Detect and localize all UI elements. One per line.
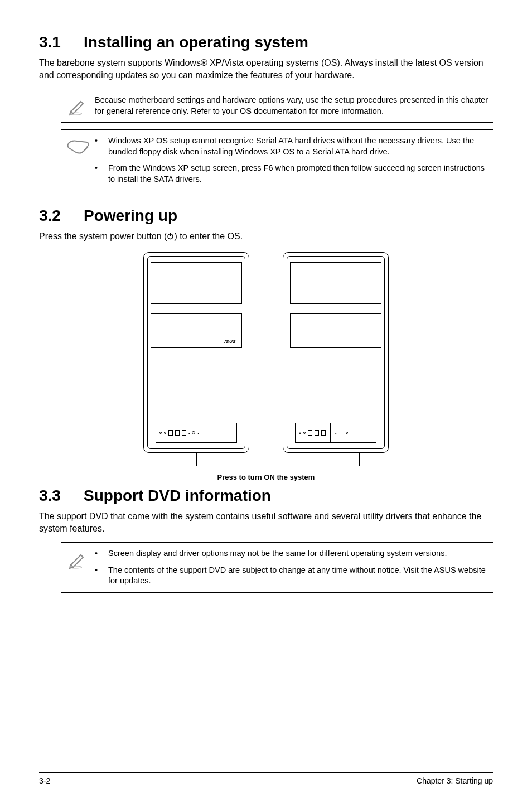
pointing-hand-icon xyxy=(61,136,95,158)
note-list-item: •The contents of the support DVD are sub… xyxy=(95,565,493,587)
note-list: •Screen display and driver options may n… xyxy=(95,548,493,587)
para-part-a: Press the system power button ( xyxy=(39,231,167,241)
callout-line xyxy=(196,453,197,466)
callout-line xyxy=(359,453,360,466)
note-item-text: Windows XP OS setup cannot recognize Ser… xyxy=(108,136,493,157)
power-icon xyxy=(167,231,174,238)
heading-3-1: 3.1Installing an operating system xyxy=(39,33,493,51)
section-3-2-paragraph: Press the system power button () to ente… xyxy=(39,230,493,243)
chapter-label: Chapter 3: Starting up xyxy=(417,776,493,785)
heading-number: 3.2 xyxy=(39,207,84,225)
note-item-text: Screen display and driver options may no… xyxy=(108,548,493,559)
heading-title: Support DVD information xyxy=(84,487,271,504)
tower-front-view-2: • xyxy=(283,252,389,453)
tower-front-view-1: /SUS • • xyxy=(143,252,249,453)
page-footer: 3-2 Chapter 3: Starting up xyxy=(39,772,493,785)
note-item-text: The contents of the support DVD are subj… xyxy=(108,565,493,587)
note-block-pencil-2: •Screen display and driver options may n… xyxy=(61,542,493,593)
note-list-item: •Windows XP OS setup cannot recognize Se… xyxy=(95,136,493,157)
pencil-icon xyxy=(61,548,95,569)
heading-number: 3.3 xyxy=(39,487,84,505)
page-number: 3-2 xyxy=(39,776,50,785)
note-text: Because motherboard settings and hardwar… xyxy=(95,95,493,117)
note-list: •Windows XP OS setup cannot recognize Se… xyxy=(95,136,493,185)
front-io-panel: • xyxy=(295,423,376,443)
note-item-text: From the Windows XP setup screen, press … xyxy=(108,163,493,185)
front-io-panel: • • xyxy=(156,423,237,443)
section-3-3-paragraph: The support DVD that came with the syste… xyxy=(39,510,493,534)
heading-3-3: 3.3Support DVD information xyxy=(39,487,493,505)
section-3-1-paragraph: The barebone system supports Windows® XP… xyxy=(39,57,493,81)
asus-logo: /SUS xyxy=(224,339,236,344)
note-block-hand: •Windows XP OS setup cannot recognize Se… xyxy=(61,129,493,191)
heading-3-2: 3.2Powering up xyxy=(39,207,493,225)
note-list-item: •Screen display and driver options may n… xyxy=(95,548,493,559)
heading-title: Powering up xyxy=(84,207,177,224)
pencil-icon xyxy=(61,95,95,116)
figure-caption: Press to turn ON the system xyxy=(39,473,493,481)
heading-number: 3.1 xyxy=(39,33,84,51)
note-block-pencil-1: Because motherboard settings and hardwar… xyxy=(61,89,493,123)
tower-figures: /SUS • • • xyxy=(39,252,493,453)
para-part-b: ) to enter the OS. xyxy=(174,231,243,241)
note-list-item: •From the Windows XP setup screen, press… xyxy=(95,163,493,185)
heading-title: Installing an operating system xyxy=(84,33,308,51)
